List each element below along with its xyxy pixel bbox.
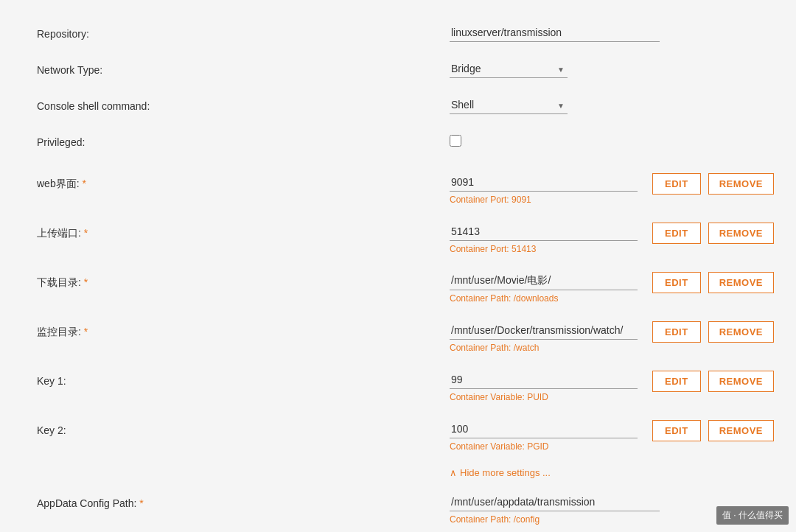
watch-dir-remove-button[interactable]: REMOVE bbox=[708, 321, 774, 343]
network-type-label: Network Type: bbox=[22, 60, 450, 76]
web-ui-input[interactable] bbox=[450, 173, 638, 192]
upload-port-field-wrapper: Container Port: 51413 bbox=[450, 223, 638, 254]
download-dir-actions: EDIT REMOVE bbox=[652, 272, 774, 293]
repository-input[interactable] bbox=[450, 24, 660, 42]
chevron-up-icon: ∧ bbox=[450, 467, 457, 478]
console-shell-label: Console shell command: bbox=[22, 96, 450, 112]
web-ui-required: * bbox=[80, 178, 86, 189]
key1-row: Key 1: Container Variable: PUID EDIT REM… bbox=[22, 362, 774, 411]
repository-field-wrapper bbox=[450, 24, 660, 42]
hide-settings-link[interactable]: ∧Hide more settings ... bbox=[450, 467, 551, 478]
download-dir-label: 下载目录: * bbox=[22, 272, 450, 290]
web-ui-label: web界面: * bbox=[22, 173, 450, 191]
key1-edit-button[interactable]: EDIT bbox=[652, 371, 701, 392]
privileged-checkbox[interactable] bbox=[450, 135, 461, 147]
key1-label: Key 1: bbox=[22, 371, 450, 387]
watch-dir-edit-button[interactable]: EDIT bbox=[652, 321, 701, 343]
upload-port-label: 上传端口: * bbox=[22, 223, 450, 240]
watch-dir-field-wrapper: Container Path: /watch bbox=[450, 321, 638, 353]
appdata-label: AppData Config Path: * bbox=[22, 493, 450, 509]
watch-dir-row: 监控目录: * Container Path: /watch EDIT REMO… bbox=[22, 312, 774, 362]
download-dir-remove-button[interactable]: REMOVE bbox=[708, 272, 774, 293]
download-dir-sub-text: Container Path: /downloads bbox=[450, 293, 638, 304]
watermark: 值 · 什么值得买 bbox=[716, 506, 789, 525]
web-ui-content: Container Port: 9091 EDIT REMOVE bbox=[450, 173, 774, 205]
network-type-select[interactable]: Bridge Host None Custom bbox=[450, 60, 568, 78]
key2-label: Key 2: bbox=[22, 420, 450, 436]
key1-content: Container Variable: PUID EDIT REMOVE bbox=[450, 371, 774, 402]
download-dir-edit-button[interactable]: EDIT bbox=[652, 272, 701, 293]
web-ui-field-wrapper: Container Port: 9091 bbox=[450, 173, 638, 205]
key2-field-wrapper: Container Variable: PGID bbox=[450, 420, 638, 452]
watch-dir-content: Container Path: /watch EDIT REMOVE bbox=[450, 321, 774, 353]
appdata-required: * bbox=[136, 497, 143, 509]
watch-dir-actions: EDIT REMOVE bbox=[652, 321, 774, 343]
key2-edit-button[interactable]: EDIT bbox=[652, 420, 701, 441]
key1-actions: EDIT REMOVE bbox=[652, 371, 774, 392]
network-type-row: Network Type: Bridge Host None Custom bbox=[22, 51, 774, 87]
console-shell-row: Console shell command: Shell bash sh bbox=[22, 87, 774, 123]
repository-content bbox=[450, 24, 774, 42]
web-ui-sub-text: Container Port: 9091 bbox=[450, 195, 638, 205]
repository-label: Repository: bbox=[22, 24, 450, 40]
upload-port-edit-button[interactable]: EDIT bbox=[652, 223, 701, 244]
watch-dir-sub-text: Container Path: /watch bbox=[450, 343, 638, 353]
privileged-row: Privileged: bbox=[22, 123, 774, 157]
key1-remove-button[interactable]: REMOVE bbox=[708, 371, 774, 392]
console-shell-select[interactable]: Shell bash sh bbox=[450, 96, 568, 114]
key2-row: Key 2: Container Variable: PGID EDIT REM… bbox=[22, 411, 774, 461]
key2-actions: EDIT REMOVE bbox=[652, 420, 774, 441]
download-dir-required: * bbox=[81, 276, 88, 288]
console-shell-select-wrapper: Shell bash sh bbox=[450, 96, 568, 114]
upload-port-content: Container Port: 51413 EDIT REMOVE bbox=[450, 223, 774, 254]
watch-dir-input[interactable] bbox=[450, 321, 638, 340]
watch-dir-label: 监控目录: * bbox=[22, 321, 450, 339]
key2-content: Container Variable: PGID EDIT REMOVE bbox=[450, 420, 774, 452]
key1-sub-text: Container Variable: PUID bbox=[450, 392, 638, 402]
repository-row: Repository: bbox=[22, 15, 774, 51]
web-ui-edit-button[interactable]: EDIT bbox=[652, 173, 701, 195]
appdata-sub-text: Container Path: /config bbox=[450, 514, 660, 525]
appdata-field-wrapper: Container Path: /config bbox=[450, 493, 660, 525]
upload-port-required: * bbox=[81, 227, 88, 239]
privileged-label: Privileged: bbox=[22, 132, 450, 148]
key2-sub-text: Container Variable: PGID bbox=[450, 441, 638, 452]
hide-settings-row: ∧Hide more settings ... bbox=[22, 461, 774, 484]
network-type-select-wrapper: Bridge Host None Custom bbox=[450, 60, 568, 78]
key2-input[interactable] bbox=[450, 420, 638, 438]
web-ui-remove-button[interactable]: REMOVE bbox=[708, 173, 774, 195]
web-ui-actions: EDIT REMOVE bbox=[652, 173, 774, 195]
upload-port-sub-text: Container Port: 51413 bbox=[450, 244, 638, 254]
key1-input[interactable] bbox=[450, 371, 638, 389]
download-dir-content: Container Path: /downloads EDIT REMOVE bbox=[450, 272, 774, 304]
download-dir-row: 下载目录: * Container Path: /downloads EDIT … bbox=[22, 263, 774, 312]
upload-port-row: 上传端口: * Container Port: 51413 EDIT REMOV… bbox=[22, 214, 774, 263]
appdata-row: AppData Config Path: * Container Path: /… bbox=[22, 484, 774, 532]
appdata-input[interactable] bbox=[450, 493, 660, 511]
upload-port-remove-button[interactable]: REMOVE bbox=[708, 223, 774, 244]
download-dir-field-wrapper: Container Path: /downloads bbox=[450, 272, 638, 304]
download-dir-input[interactable] bbox=[450, 272, 638, 290]
key2-remove-button[interactable]: REMOVE bbox=[708, 420, 774, 441]
upload-port-input[interactable] bbox=[450, 223, 638, 241]
upload-port-actions: EDIT REMOVE bbox=[652, 223, 774, 244]
network-type-content: Bridge Host None Custom bbox=[450, 60, 774, 78]
web-ui-row: web界面: * Container Port: 9091 EDIT REMOV… bbox=[22, 164, 774, 214]
privileged-content bbox=[450, 132, 774, 147]
key1-field-wrapper: Container Variable: PUID bbox=[450, 371, 638, 402]
watch-dir-required: * bbox=[81, 326, 88, 337]
console-shell-content: Shell bash sh bbox=[450, 96, 774, 114]
